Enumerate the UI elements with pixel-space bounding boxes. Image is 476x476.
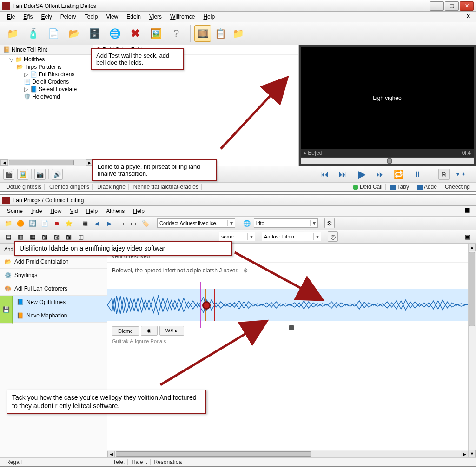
- prev-icon[interactable]: ⏭: [336, 168, 350, 180]
- t2b-g-icon[interactable]: ◫: [76, 231, 86, 242]
- bt-sound-icon[interactable]: 🔊: [52, 169, 63, 180]
- side-item-1[interactable]: ⚙️Snyrlings: [0, 269, 107, 282]
- combo3[interactable]: ▾: [219, 232, 255, 241]
- scroll-up-icon[interactable]: ▲: [469, 244, 476, 251]
- t2b-corner-icon[interactable]: ▣: [463, 231, 473, 242]
- slider-thumb-icon[interactable]: [387, 158, 392, 164]
- menu-efis[interactable]: Efis: [20, 13, 36, 21]
- menu2-help2[interactable]: Help: [129, 207, 148, 215]
- tool-image-icon[interactable]: 🖼️: [147, 25, 164, 42]
- tool-archive-icon[interactable]: 🗄️: [86, 25, 103, 42]
- next-icon[interactable]: ⏭: [373, 168, 387, 180]
- tool-open-icon[interactable]: 📂: [66, 25, 82, 42]
- t2b-b-icon[interactable]: ▥: [15, 231, 26, 242]
- menu-wilfromce[interactable]: Wilfromce: [166, 13, 198, 21]
- side-blue-0[interactable]: 📘New Opittittines: [13, 296, 107, 309]
- combo2-input[interactable]: [254, 220, 310, 226]
- side-item-2[interactable]: 🎨Adl Ful Lan Cotrorers: [0, 282, 107, 296]
- t2b-d-icon[interactable]: ▧: [40, 231, 50, 242]
- t2-chrome-icon[interactable]: 🟠: [15, 218, 26, 228]
- t2b-a-icon[interactable]: ▤: [3, 231, 13, 242]
- side-item-0[interactable]: 📂Add Prnid Contolation: [0, 255, 107, 269]
- scroll-left-icon[interactable]: ◀: [0, 159, 8, 166]
- close-button[interactable]: ✕: [460, 1, 474, 11]
- menu-pelorv[interactable]: Pelorv: [57, 13, 80, 21]
- tree-item-2[interactable]: ▷ 📘 Seleal Lovelate: [2, 86, 91, 93]
- t2-record-icon[interactable]: ⏺: [52, 218, 62, 228]
- tree-root[interactable]: ▽ 📁 Motithes: [2, 56, 91, 63]
- combo4-input[interactable]: [262, 234, 313, 239]
- combo3-input[interactable]: [219, 234, 247, 239]
- tool-globe-icon[interactable]: 🌐: [106, 25, 123, 42]
- t2-wins-icon[interactable]: ▭: [128, 218, 139, 228]
- tree-folder[interactable]: 📂 Tirps Puitder is: [2, 63, 91, 71]
- tool-info-folder-icon[interactable]: 📁: [230, 25, 246, 42]
- scroll-thumb[interactable]: [9, 160, 74, 165]
- expander-icon[interactable]: ▽: [9, 56, 13, 63]
- range-thumb-icon[interactable]: [289, 325, 294, 330]
- t2-fwd-icon[interactable]: ▶: [104, 218, 114, 228]
- scroll-track[interactable]: [8, 159, 86, 166]
- side-green-tab[interactable]: 💾: [0, 296, 13, 324]
- tool-clipboard-icon[interactable]: 📋: [212, 25, 229, 42]
- maximize-button[interactable]: ▢: [445, 1, 459, 11]
- tool-folder-icon[interactable]: 📁: [4, 25, 21, 42]
- t2b-last-icon[interactable]: ◎: [328, 231, 338, 242]
- menu-close-icon[interactable]: x: [464, 13, 473, 21]
- settings-dd-icon[interactable]: ▾ ✦: [454, 168, 468, 180]
- tree-item-3[interactable]: 🛡️ Heletwomd: [2, 93, 91, 100]
- export-icon[interactable]: ⎘: [438, 169, 450, 180]
- scroll-left-icon[interactable]: ◀: [107, 451, 115, 457]
- bt-camera-icon[interactable]: 📷: [34, 169, 46, 180]
- tool-doc-icon[interactable]: 📄: [45, 25, 62, 42]
- video-progress[interactable]: ▸ Ee|ed 0l.4: [301, 149, 474, 157]
- tool-media-icon[interactable]: 🎞️: [194, 25, 211, 42]
- scroll-right-icon[interactable]: ▶: [461, 451, 468, 457]
- menu2-althens[interactable]: Althens: [102, 207, 128, 215]
- t2b-f-icon[interactable]: ▩: [64, 231, 74, 242]
- t2-gear-icon[interactable]: ⚙: [324, 218, 335, 228]
- chevron-down-icon[interactable]: ▾: [310, 220, 317, 226]
- preview-slider[interactable]: [301, 158, 474, 164]
- vscroll-thumb[interactable]: [469, 252, 475, 326]
- tool-help-icon[interactable]: ?: [168, 25, 185, 42]
- menu-ele[interactable]: Ele: [3, 13, 19, 21]
- tab-dieme[interactable]: Dieme: [112, 326, 139, 336]
- t2b-c-icon[interactable]: ▦: [27, 231, 38, 242]
- t2-folder-icon[interactable]: 📁: [3, 218, 13, 228]
- scroll-down-icon[interactable]: ▼: [469, 450, 476, 457]
- side-blue-1[interactable]: 📙Neve Maphation: [13, 309, 107, 323]
- editor-vscroll[interactable]: ▲ ▼: [468, 244, 476, 457]
- menu2-close-icon[interactable]: ▣: [462, 207, 473, 215]
- pause-icon[interactable]: ⏸: [410, 168, 424, 180]
- menu-help[interactable]: Help: [199, 13, 218, 21]
- combo1[interactable]: ▾: [157, 218, 235, 228]
- t2-back-icon[interactable]: ◀: [92, 218, 102, 228]
- tool-delete-icon[interactable]: ✖: [127, 25, 144, 42]
- menu-edoin[interactable]: Edoin: [123, 13, 145, 21]
- t2-globe-icon[interactable]: 🌐: [242, 218, 252, 228]
- bt-image-icon[interactable]: 🖼️: [17, 169, 28, 180]
- tool-bottle-icon[interactable]: 🧴: [25, 25, 41, 42]
- t2-tag-icon[interactable]: 🏷️: [140, 218, 151, 228]
- loop-icon[interactable]: 🔁: [392, 168, 406, 180]
- menu2-soime[interactable]: Soime: [3, 207, 26, 215]
- expander-icon[interactable]: ▷: [24, 86, 28, 93]
- tree-hscroll[interactable]: ◀ ▶: [0, 159, 93, 166]
- video-frame[interactable]: Ligh vigheo: [301, 47, 474, 149]
- chevron-down-icon[interactable]: ▾: [313, 233, 321, 240]
- menu2-how[interactable]: How: [46, 207, 65, 215]
- menu2-vid[interactable]: Vid: [66, 207, 81, 215]
- bt-film-icon[interactable]: 🎬: [3, 169, 14, 180]
- t2-win-icon[interactable]: ▭: [116, 218, 126, 228]
- playhead-handle-icon[interactable]: [202, 301, 211, 310]
- menu2-inde[interactable]: Inde: [27, 207, 46, 215]
- menu-eely[interactable]: Eely: [37, 13, 55, 21]
- t2b-e-icon[interactable]: ▨: [52, 231, 62, 242]
- combo2[interactable]: ▾: [254, 218, 318, 228]
- play-icon[interactable]: ▶: [355, 168, 369, 180]
- minimize-button[interactable]: —: [430, 1, 444, 11]
- editor-hscroll[interactable]: ◀ ▶: [107, 450, 468, 457]
- combo1-input[interactable]: [158, 220, 227, 226]
- scroll-track[interactable]: [115, 451, 461, 457]
